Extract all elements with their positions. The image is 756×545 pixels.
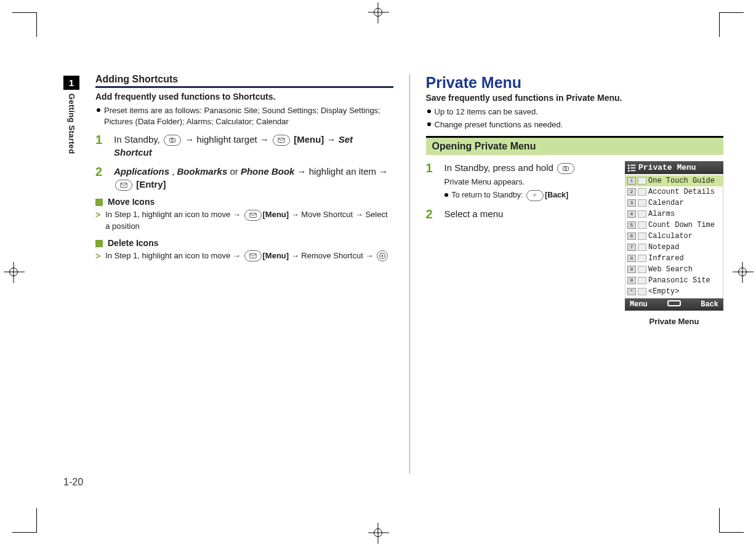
crop-mark: [719, 532, 744, 533]
step-number: 1: [95, 133, 107, 159]
item-number: 5: [627, 221, 636, 229]
list-icon: [627, 164, 636, 172]
item-label: Alarms: [648, 210, 675, 218]
instruction-text: In Step 1, highlight an icon to move → […: [105, 250, 389, 263]
step-text: → highlight target →: [185, 134, 271, 145]
item-icon: [638, 233, 646, 240]
crop-mark: [719, 508, 720, 533]
arrow: →: [297, 166, 309, 177]
menu-label: [Menu]: [263, 251, 289, 260]
phone-list-item: 2Account Details: [625, 186, 723, 197]
subheading-opening-private-menu: Opening Private Menu: [426, 136, 724, 155]
step-text: highlight an item →: [309, 166, 388, 177]
phone-title: Private Menu: [638, 163, 696, 172]
item-icon: [638, 255, 646, 262]
phone-caption: Private Menu: [625, 317, 723, 326]
arrow: →: [363, 251, 376, 260]
item-icon: [638, 288, 646, 295]
back-label: [Back]: [545, 191, 568, 200]
item-icon: [638, 266, 646, 273]
phone-list-item: 1One Touch Guide: [625, 175, 723, 186]
item-number: 0: [627, 277, 636, 284]
y-key-icon: Y!: [526, 190, 544, 201]
menu-label: [Menu]: [294, 134, 324, 145]
svg-rect-13: [628, 164, 630, 166]
mail-key-icon: [244, 210, 262, 221]
item-icon: [638, 199, 646, 207]
svg-rect-17: [628, 170, 630, 172]
menu-label: [Menu]: [263, 210, 289, 219]
phone-list-item: 0Panasonic Site: [625, 275, 723, 286]
step-2: 2 Select a menu: [426, 207, 593, 221]
move-icons-heading: Move Icons: [95, 197, 393, 207]
step-text: ,: [172, 166, 177, 177]
chevron-icon: >: [95, 209, 100, 232]
chapter-number: 1: [63, 76, 79, 90]
item-label: Calendar: [648, 199, 684, 207]
item-label: Calculator: [648, 232, 693, 241]
item-number: 7: [627, 244, 636, 251]
item-number: 9: [627, 266, 636, 273]
step-text: In Standby, press and hold: [444, 162, 557, 173]
item-label: Account Details: [648, 188, 715, 196]
registration-mark: [738, 268, 747, 276]
applications-label: Applications: [114, 166, 169, 177]
item-number: 1: [627, 177, 636, 185]
substep-text: Private Menu appears.: [444, 177, 576, 188]
steps-with-phone: 1 In Standby, press and hold Private Men…: [426, 161, 724, 221]
svg-rect-2: [171, 138, 173, 139]
phonebook-label: Phone Book: [241, 166, 295, 177]
camera-key-icon: [557, 163, 574, 174]
crop-mark: [36, 12, 37, 37]
item-label: Panasonic Site: [648, 276, 710, 285]
phone-softkey-bar: Menu Back: [625, 298, 723, 311]
item-number: 6: [627, 233, 636, 240]
crop-mark: [12, 532, 37, 533]
svg-text:Y!: Y!: [533, 194, 537, 198]
item-icon: [638, 177, 646, 185]
delete-icons-label: Delete Icons: [108, 238, 158, 248]
svg-point-8: [382, 255, 384, 257]
right-steps: 1 In Standby, press and hold Private Men…: [426, 161, 593, 221]
phone-list-item: 3Calendar: [625, 197, 723, 209]
softkey-right: Back: [701, 300, 718, 309]
chapter-title: Getting Started: [63, 90, 76, 157]
item-number: 3: [627, 199, 636, 207]
step-1: 1 In Standby, press and hold Private Men…: [426, 161, 593, 201]
item-label: One Touch Guide: [648, 177, 715, 185]
phone-list-item: 6Calculator: [625, 231, 723, 242]
item-label: <Empty>: [648, 287, 679, 296]
phone-list-item: 8Infrared: [625, 253, 723, 264]
page-content: Adding Shortcuts Add frequently used fun…: [95, 74, 723, 474]
svg-rect-11: [565, 166, 566, 167]
center-key-icon: [377, 250, 388, 261]
column-divider: [409, 74, 410, 474]
chevron-icon: >: [95, 250, 100, 263]
square-bullet-icon: [95, 240, 103, 247]
phone-list-item: ＊<Empty>: [625, 286, 723, 297]
svg-point-1: [171, 140, 174, 142]
phone-title-bar: Private Menu: [625, 161, 723, 174]
phone-list-item: 5Count Down Time: [625, 220, 723, 231]
step-number: 2: [426, 207, 437, 221]
step-text: or: [230, 166, 241, 177]
item-number: 4: [627, 210, 636, 218]
action-label: Move Shortcut: [301, 210, 353, 219]
crop-mark: [12, 12, 37, 13]
delete-icons-instruction: > In Step 1, highlight an icon to move →…: [95, 250, 393, 263]
svg-rect-18: [630, 170, 635, 171]
entry-label: [Entry]: [136, 179, 166, 189]
phone-list-item: 7Notepad: [625, 242, 723, 253]
right-column: Private Menu Save frequently used functi…: [426, 74, 724, 474]
svg-rect-3: [278, 138, 285, 143]
step-body: Applications , Bookmarks or Phone Book →…: [114, 165, 393, 191]
registration-mark: [374, 8, 382, 17]
private-menu-title: Private Menu: [426, 74, 724, 92]
move-icons-label: Move Icons: [108, 197, 155, 207]
arrow: →: [289, 251, 301, 260]
item-number: 2: [627, 188, 636, 196]
move-icons-instruction: > In Step 1, highlight an icon to move →…: [95, 209, 393, 232]
item-icon: [638, 244, 646, 251]
svg-point-10: [565, 168, 567, 170]
item-icon: [638, 188, 646, 196]
